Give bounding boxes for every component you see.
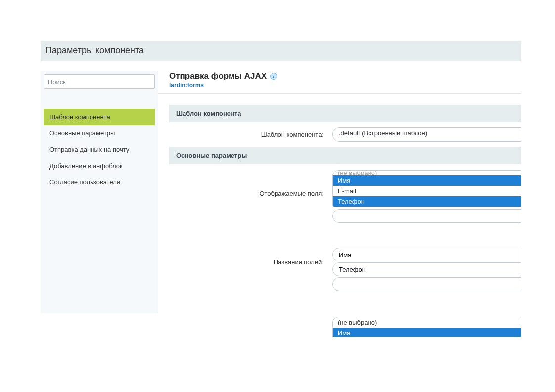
label-display-fields: Отображаемые поля: — [169, 170, 332, 197]
sidebar-item-iblock[interactable]: Добавление в инфоблок — [44, 158, 155, 174]
list-item[interactable]: (не выбрано) — [333, 317, 521, 328]
label-template: Шаблон компонента: — [169, 131, 332, 138]
sidebar-item-mail[interactable]: Отправка данных на почту — [44, 141, 155, 158]
sidebar-item-main-params[interactable]: Основные параметры — [44, 125, 155, 141]
list-item[interactable]: (не выбрано) — [333, 171, 521, 175]
select-template[interactable]: .default (Встроенный шаблон) — [332, 127, 521, 142]
sidebar-item-consent[interactable]: Согласие пользователя — [44, 174, 155, 190]
component-title: Отправка формы AJAX — [169, 71, 267, 81]
dialog-title: Параметры компонента — [41, 41, 521, 61]
sidebar-nav: Шаблон компонента Основные параметры Отп… — [44, 109, 155, 190]
main-panel: Отправка формы AJAX i lardin:forms Шабло… — [158, 71, 521, 337]
info-icon[interactable]: i — [270, 73, 277, 80]
listbox-display-fields[interactable]: (не выбрано) Имя E-mail Телефон — [332, 170, 521, 207]
list-item[interactable]: E-mail — [333, 186, 521, 196]
sidebar-item-template[interactable]: Шаблон компонента — [44, 109, 155, 125]
input-display-fields-extra[interactable] — [332, 209, 521, 223]
section-header-main: Основные параметры — [169, 147, 521, 164]
input-field-name-2[interactable] — [332, 277, 521, 291]
section-header-template: Шаблон компонента — [169, 105, 521, 122]
list-item[interactable]: Имя — [333, 175, 521, 186]
list-item[interactable]: Телефон — [333, 196, 521, 207]
sidebar: Шаблон компонента Основные параметры Отп… — [41, 71, 158, 313]
component-code: lardin:forms — [169, 82, 521, 88]
listbox-required-fields[interactable]: (не выбрано) Имя — [332, 317, 521, 337]
input-field-name-0[interactable] — [332, 248, 521, 261]
label-field-names: Названия полей: — [169, 248, 332, 266]
input-field-name-1[interactable] — [332, 262, 521, 276]
list-item[interactable]: Имя — [333, 328, 521, 337]
search-input[interactable] — [44, 74, 155, 89]
